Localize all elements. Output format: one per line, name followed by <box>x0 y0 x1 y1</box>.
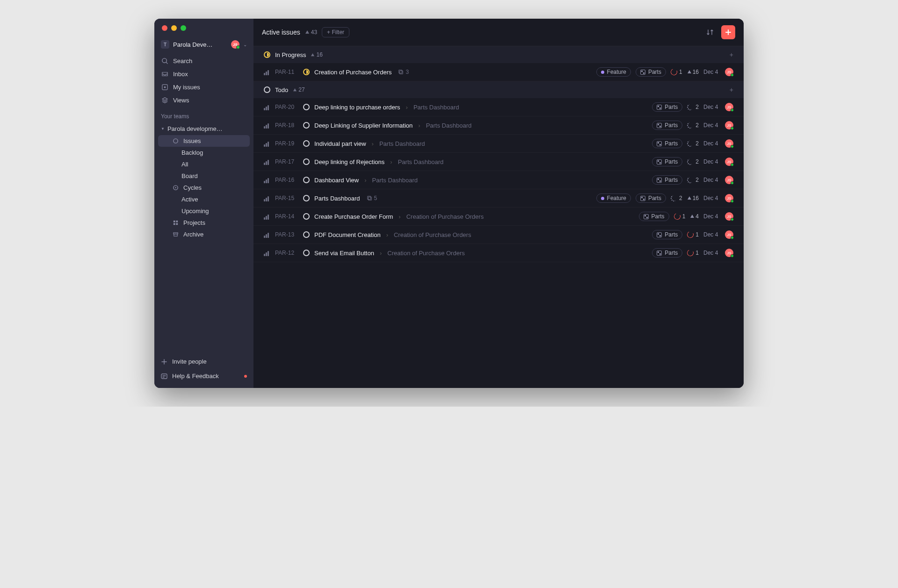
project-pill[interactable]: Parts <box>652 175 682 185</box>
nav-search[interactable]: Search <box>154 54 253 67</box>
sidebar-item-board[interactable]: Board <box>158 170 250 182</box>
sidebar-item-active[interactable]: Active <box>158 194 250 205</box>
sidebar-item-issues[interactable]: Issues <box>158 135 250 147</box>
priority-icon[interactable] <box>264 69 270 75</box>
issue-parent: Parts Dashboard <box>398 158 444 165</box>
workspace-switcher[interactable]: T Parola Deve… JS ⌄ <box>154 37 253 54</box>
nav-my-issues[interactable]: My issues <box>154 80 253 93</box>
caret-down-icon: ▼ <box>161 127 165 131</box>
priority-icon[interactable] <box>264 122 270 129</box>
issue-row[interactable]: PAR-13 PDF Document Creation › Creation … <box>253 226 744 244</box>
cycle-icon <box>686 176 695 184</box>
sidebar-item-label: Backlog <box>181 149 203 156</box>
issue-row[interactable]: PAR-17 Deep linking of Rejections › Part… <box>253 153 744 171</box>
project-pill[interactable]: Parts <box>652 230 682 239</box>
cycle-indicator[interactable]: 1 <box>671 69 682 75</box>
svg-rect-11 <box>161 374 167 379</box>
priority-icon[interactable] <box>264 195 270 201</box>
priority-icon[interactable] <box>264 140 270 147</box>
status-icon[interactable] <box>303 231 310 238</box>
sidebar-item-all[interactable]: All <box>158 158 250 170</box>
assignee-avatar[interactable]: JS <box>725 68 733 76</box>
issue-row[interactable]: PAR-11 Creation of Purchase Orders 3 Fea… <box>253 63 744 81</box>
project-pill[interactable]: Parts <box>652 248 682 258</box>
issue-parent: Creation of Purchase Orders <box>406 213 484 220</box>
sidebar-item-projects[interactable]: Projects <box>158 217 250 229</box>
assignee-avatar[interactable]: JS <box>725 230 733 239</box>
issue-row[interactable]: PAR-20 Deep linking to purchase orders ›… <box>253 98 744 116</box>
project-pill[interactable]: Parts <box>652 102 682 112</box>
issue-row[interactable]: PAR-14 Create Purchase Order Form › Crea… <box>253 208 744 226</box>
label-feature[interactable]: Feature <box>596 194 631 203</box>
assignee-avatar[interactable]: JS <box>725 139 733 148</box>
user-avatar[interactable]: JS <box>231 40 239 49</box>
status-icon[interactable] <box>303 140 310 147</box>
group-header-todo[interactable]: Todo 27 + <box>253 81 744 98</box>
assignee-avatar[interactable]: JS <box>725 249 733 257</box>
project-pill[interactable]: Parts <box>652 121 682 130</box>
group-label: Todo <box>275 86 288 93</box>
priority-icon[interactable] <box>264 250 270 256</box>
close-window-button[interactable] <box>162 25 167 31</box>
cycle-indicator[interactable]: 1 <box>674 213 686 220</box>
status-icon[interactable] <box>303 177 310 183</box>
cycle-indicator[interactable]: 2 <box>687 104 699 110</box>
cycle-indicator[interactable]: 1 <box>687 250 699 256</box>
status-icon[interactable] <box>303 250 310 256</box>
project-pill[interactable]: Parts <box>652 157 682 166</box>
sidebar-item-upcoming[interactable]: Upcoming <box>158 205 250 217</box>
svg-point-2 <box>164 86 166 88</box>
svg-rect-10 <box>174 234 177 237</box>
nav-views[interactable]: Views <box>154 93 253 107</box>
issue-row[interactable]: PAR-19 Individual part view › Parts Dash… <box>253 135 744 153</box>
priority-icon[interactable] <box>264 213 270 220</box>
status-icon[interactable] <box>303 69 310 75</box>
project-pill[interactable]: Parts <box>639 212 669 221</box>
sidebar-item-archive[interactable]: Archive <box>158 229 250 240</box>
project-pill[interactable]: Parts <box>652 139 682 148</box>
sort-button[interactable] <box>703 26 717 39</box>
project-pill[interactable]: Parts <box>636 194 666 203</box>
cycle-indicator[interactable]: 2 <box>687 122 699 129</box>
status-icon[interactable] <box>303 122 310 129</box>
filter-button[interactable]: + Filter <box>322 27 349 37</box>
cycle-indicator[interactable]: 1 <box>687 231 699 238</box>
invite-people[interactable]: Invite people <box>154 354 253 369</box>
issue-title: Dashboard View <box>314 177 359 184</box>
assignee-avatar[interactable]: JS <box>725 158 733 166</box>
sidebar-item-cycles[interactable]: Cycles <box>158 182 250 194</box>
assignee-avatar[interactable]: JS <box>725 103 733 111</box>
priority-icon[interactable] <box>264 158 270 165</box>
issue-row[interactable]: PAR-15 Parts Dashboard 5 FeatureParts216… <box>253 189 744 208</box>
minimize-window-button[interactable] <box>171 25 177 31</box>
new-issue-button[interactable] <box>721 25 735 39</box>
group-header-in-progress[interactable]: In Progress 16 + <box>253 46 744 63</box>
label-feature[interactable]: Feature <box>596 67 631 77</box>
cycle-indicator[interactable]: 2 <box>671 195 682 201</box>
team-toggle[interactable]: ▼ Parola developme… <box>154 122 253 135</box>
status-icon[interactable] <box>303 213 310 220</box>
status-icon[interactable] <box>303 104 310 110</box>
cycle-indicator[interactable]: 2 <box>687 158 699 165</box>
issue-row[interactable]: PAR-12 Send via Email Button › Creation … <box>253 244 744 262</box>
assignee-avatar[interactable]: JS <box>725 176 733 184</box>
project-pill[interactable]: Parts <box>636 67 666 77</box>
issue-row[interactable]: PAR-16 Dashboard View › Parts Dashboard … <box>253 171 744 189</box>
sidebar-item-backlog[interactable]: Backlog <box>158 147 250 158</box>
maximize-window-button[interactable] <box>181 25 186 31</box>
priority-icon[interactable] <box>264 177 270 183</box>
assignee-avatar[interactable]: JS <box>725 212 733 221</box>
add-issue-button[interactable]: + <box>730 51 733 58</box>
add-issue-button[interactable]: + <box>730 86 733 93</box>
cycle-indicator[interactable]: 2 <box>687 140 699 147</box>
nav-inbox[interactable]: Inbox <box>154 67 253 80</box>
priority-icon[interactable] <box>264 231 270 238</box>
help-feedback[interactable]: Help & Feedback <box>154 369 253 383</box>
status-icon[interactable] <box>303 195 310 201</box>
cycle-indicator[interactable]: 2 <box>687 177 699 183</box>
assignee-avatar[interactable]: JS <box>725 121 733 129</box>
status-icon[interactable] <box>303 158 310 165</box>
priority-icon[interactable] <box>264 104 270 110</box>
issue-row[interactable]: PAR-18 Deep Linking of Supplier Informat… <box>253 116 744 135</box>
assignee-avatar[interactable]: JS <box>725 194 733 202</box>
